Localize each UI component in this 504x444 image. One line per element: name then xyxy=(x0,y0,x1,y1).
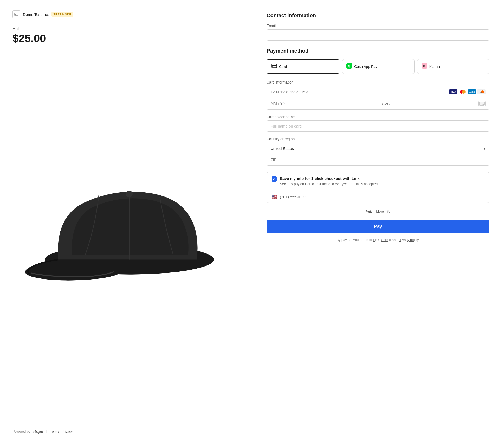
save-info-phone: 🇺🇸 (201) 555-0123 xyxy=(267,191,489,203)
mastercard-icon xyxy=(458,89,467,94)
product-price: $25.00 xyxy=(12,32,239,45)
visa-icon: VISA xyxy=(449,89,457,94)
country-select[interactable]: United States ▾ xyxy=(267,143,489,154)
link-separator: · xyxy=(374,210,375,213)
email-field-group: Email xyxy=(267,24,489,41)
country-selected-text: United States xyxy=(270,146,294,151)
card-number-input[interactable] xyxy=(270,90,449,94)
svg-text:K.: K. xyxy=(423,65,426,68)
payment-method-cash-app[interactable]: $ Cash App Pay xyxy=(342,59,414,74)
more-info-link[interactable]: More info xyxy=(376,210,390,213)
card-cvc-input[interactable] xyxy=(382,102,478,106)
card-expiry-field xyxy=(267,98,378,109)
product-image xyxy=(18,58,234,414)
cardholder-section: Cardholder name xyxy=(267,115,489,132)
powered-by-text: Powered by xyxy=(12,429,30,433)
card-info-section: Card information VISA AMEX DISC xyxy=(267,80,489,110)
terms-prefix: By paying, you agree to xyxy=(337,238,373,242)
save-info-checkbox[interactable]: ✓ xyxy=(272,176,277,182)
payment-method-card[interactable]: Card xyxy=(267,59,339,74)
discover-icon: DISC xyxy=(477,89,486,94)
product-image-container xyxy=(12,53,239,419)
merchant-icon xyxy=(12,10,20,18)
email-input[interactable] xyxy=(267,29,489,41)
cash-app-method-label: Cash App Pay xyxy=(354,65,377,69)
link-footer: link · More info xyxy=(267,209,489,213)
email-label: Email xyxy=(267,24,489,28)
terms-period: . xyxy=(418,238,419,242)
card-expiry-cvc: 123 xyxy=(267,98,489,110)
card-number-field: VISA AMEX DISC xyxy=(267,86,489,98)
klarna-icon: K. xyxy=(422,63,427,70)
svg-text:123: 123 xyxy=(483,104,484,105)
svg-rect-16 xyxy=(479,103,484,103)
save-info-section: ✓ Save my info for 1-click checkout with… xyxy=(267,172,489,203)
terms-text: By paying, you agree to Link's terms and… xyxy=(267,237,489,243)
payment-method-klarna[interactable]: K. Klarna xyxy=(417,59,489,74)
zip-field xyxy=(267,154,489,166)
svg-text:DISC: DISC xyxy=(479,91,483,93)
checkbox-check-icon: ✓ xyxy=(273,177,276,181)
left-footer: Powered by stripe | Terms Privacy xyxy=(12,429,239,434)
payment-method-section: Payment method Card $ xyxy=(267,48,489,74)
chevron-down-icon: ▾ xyxy=(483,146,486,151)
merchant-header: Demo Test Inc. TEST MODE xyxy=(12,10,239,18)
svg-rect-6 xyxy=(272,65,277,66)
terms-and: and xyxy=(391,238,398,242)
card-icons: VISA AMEX DISC xyxy=(449,89,486,94)
product-name: Hat xyxy=(12,27,239,31)
payment-method-title: Payment method xyxy=(267,48,489,54)
klarna-method-label: Klarna xyxy=(429,65,440,69)
right-panel: Contact information Email Payment method… xyxy=(252,0,504,444)
svg-rect-0 xyxy=(15,13,18,16)
card-icon xyxy=(271,64,277,69)
pay-button[interactable]: Pay xyxy=(267,220,489,233)
privacy-policy-link[interactable]: privacy policy xyxy=(398,238,418,242)
amex-icon: AMEX xyxy=(468,89,476,94)
svg-rect-2 xyxy=(15,14,16,15)
country-label: Country or region xyxy=(267,137,489,141)
save-info-text: Save my info for 1-click checkout with L… xyxy=(280,176,484,186)
svg-rect-5 xyxy=(272,64,277,68)
privacy-link-footer[interactable]: Privacy xyxy=(61,429,73,433)
svg-rect-7 xyxy=(272,66,273,67)
cvc-card-icon: 123 xyxy=(478,101,486,106)
contact-section-title: Contact information xyxy=(267,12,489,18)
svg-point-4 xyxy=(126,191,133,197)
cardholder-label: Cardholder name xyxy=(267,115,489,119)
flag-icon: 🇺🇸 xyxy=(272,194,277,200)
save-info-header: ✓ Save my info for 1-click checkout with… xyxy=(267,172,489,191)
terms-link-footer[interactable]: Terms xyxy=(50,429,59,433)
country-section: Country or region United States ▾ xyxy=(267,137,489,166)
payment-methods-grid: Card $ Cash App Pay K. xyxy=(267,59,489,74)
test-mode-badge: TEST MODE xyxy=(51,12,74,17)
card-cvc-field: 123 xyxy=(378,98,489,109)
save-info-desc: Securely pay on Demo Test Inc. and every… xyxy=(280,182,484,186)
link-terms-link[interactable]: Link's terms xyxy=(373,238,391,242)
footer-divider: | xyxy=(46,429,47,433)
merchant-name: Demo Test Inc. xyxy=(23,12,49,17)
zip-input[interactable] xyxy=(270,157,486,162)
card-info-label: Card information xyxy=(267,80,489,84)
cash-app-icon: $ xyxy=(346,63,352,70)
phone-number: (201) 555-0123 xyxy=(280,195,307,199)
cardholder-input[interactable] xyxy=(267,120,489,132)
stripe-logo: stripe xyxy=(33,429,43,434)
save-info-title: Save my info for 1-click checkout with L… xyxy=(280,176,484,181)
link-logo: link xyxy=(366,209,372,213)
card-method-label: Card xyxy=(279,65,287,69)
svg-text:$: $ xyxy=(348,64,351,68)
card-expiry-input[interactable] xyxy=(270,101,374,105)
left-panel: Demo Test Inc. TEST MODE Hat $25.00 xyxy=(0,0,252,444)
